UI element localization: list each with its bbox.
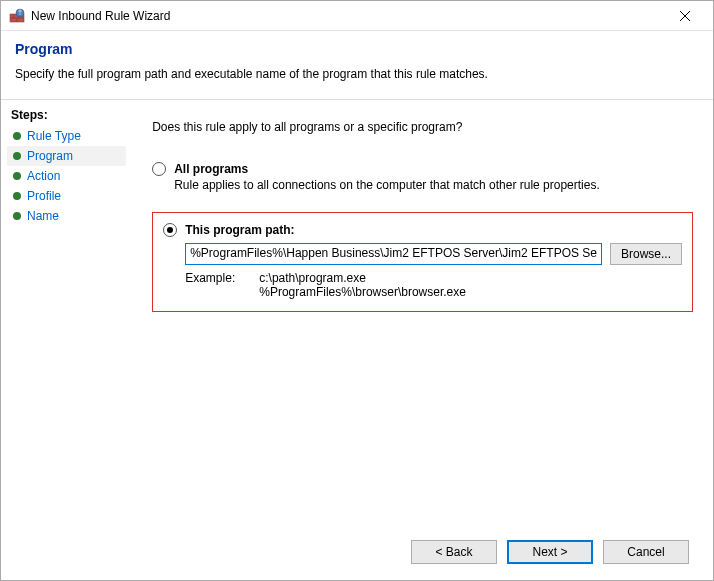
example-label: Example:: [185, 271, 235, 299]
wizard-header: Program Specify the full program path an…: [1, 31, 713, 100]
sidebar-item-label: Rule Type: [27, 129, 81, 143]
sidebar-item-rule-type[interactable]: Rule Type: [7, 126, 126, 146]
wizard-footer: < Back Next > Cancel: [152, 530, 693, 570]
wizard-body: Steps: Rule Type Program Action Profile …: [1, 100, 713, 580]
program-path-input[interactable]: %ProgramFiles%\Happen Business\Jim2 EFTP…: [185, 243, 602, 265]
radio-icon: [152, 162, 166, 176]
close-icon: [680, 11, 690, 21]
sidebar-item-program[interactable]: Program: [7, 146, 126, 166]
browse-button[interactable]: Browse...: [610, 243, 682, 265]
page-title: Program: [15, 41, 699, 57]
wizard-main: Does this rule apply to all programs or …: [126, 100, 713, 580]
option-all-programs: All programs Rule applies to all connect…: [152, 162, 693, 192]
wizard-window: New Inbound Rule Wizard Program Specify …: [0, 0, 714, 581]
next-button[interactable]: Next >: [507, 540, 593, 564]
option-label: All programs: [174, 162, 248, 176]
option-desc: Rule applies to all connections on the c…: [174, 178, 693, 192]
steps-heading: Steps:: [7, 106, 126, 126]
sidebar-item-label: Action: [27, 169, 60, 183]
sidebar-item-label: Profile: [27, 189, 61, 203]
example-row: Example: c:\path\program.exe %ProgramFil…: [185, 271, 682, 299]
option-label: This program path:: [185, 223, 294, 237]
page-subtitle: Specify the full program path and execut…: [15, 67, 699, 81]
back-button[interactable]: < Back: [411, 540, 497, 564]
bullet-icon: [13, 152, 21, 160]
window-title: New Inbound Rule Wizard: [31, 9, 665, 23]
close-button[interactable]: [665, 2, 705, 30]
titlebar: New Inbound Rule Wizard: [1, 1, 713, 31]
steps-sidebar: Steps: Rule Type Program Action Profile …: [1, 100, 126, 580]
radio-this-program-path[interactable]: This program path:: [163, 223, 682, 237]
sidebar-item-action[interactable]: Action: [7, 166, 126, 186]
sidebar-item-name[interactable]: Name: [7, 206, 126, 226]
bullet-icon: [13, 132, 21, 140]
question-text: Does this rule apply to all programs or …: [152, 120, 693, 134]
bullet-icon: [13, 172, 21, 180]
radio-all-programs[interactable]: All programs: [152, 162, 693, 176]
program-path-row: %ProgramFiles%\Happen Business\Jim2 EFTP…: [185, 243, 682, 265]
option-this-program-path: This program path: %ProgramFiles%\Happen…: [152, 212, 693, 312]
sidebar-item-profile[interactable]: Profile: [7, 186, 126, 206]
sidebar-item-label: Name: [27, 209, 59, 223]
example-lines: c:\path\program.exe %ProgramFiles%\brows…: [259, 271, 466, 299]
bullet-icon: [13, 192, 21, 200]
sidebar-item-label: Program: [27, 149, 73, 163]
cancel-button[interactable]: Cancel: [603, 540, 689, 564]
bullet-icon: [13, 212, 21, 220]
firewall-icon: [9, 8, 25, 24]
radio-icon: [163, 223, 177, 237]
